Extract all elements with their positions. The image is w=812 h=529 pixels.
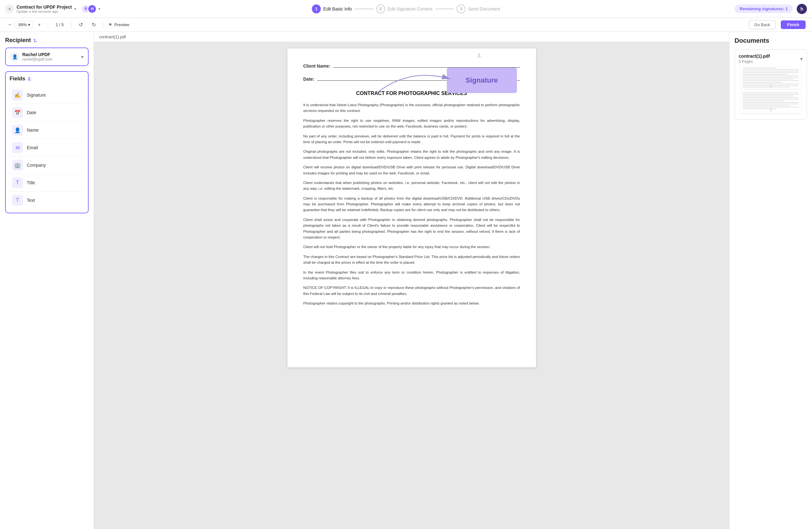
step-connector-1 <box>354 9 374 9</box>
zoom-display[interactable]: 89% ▾ <box>16 21 33 28</box>
documents-title: Documents <box>735 37 807 44</box>
contract-paragraphs: It is understood that Velvet Lotus Photo… <box>303 102 520 306</box>
doc-item-name: contract(1).pdf <box>739 54 770 59</box>
field-icon-company: 🏢 <box>12 160 23 171</box>
doc-item-pages: 5 Pages <box>739 59 770 64</box>
preview-button[interactable]: 👁 Preview <box>108 22 129 27</box>
recipient-section-title: Recipient 1. <box>5 37 89 44</box>
right-sidebar: Documents contract(1).pdf 5 Pages ▾ <box>729 32 812 529</box>
doc-item-header: contract(1).pdf 5 Pages ▾ <box>739 54 803 64</box>
step-1-circle: 1 <box>312 4 321 13</box>
top-bar-right: Remaining signatures: 1 h <box>735 4 807 14</box>
field-icon-text: T <box>12 195 23 206</box>
step-2-label: Edit Signature Content <box>388 6 433 12</box>
finish-button[interactable]: Finish <box>781 20 806 29</box>
doc-subtitle: Update a few seconds ago <box>17 10 72 13</box>
zoom-out-button[interactable]: − <box>6 21 13 29</box>
doc-item-info: contract(1).pdf 5 Pages <box>739 54 770 64</box>
field-label-title: Title <box>27 180 35 185</box>
top-bar: × Contract for UPDF Project Update a few… <box>0 0 812 18</box>
toolbar-divider-2 <box>71 22 72 28</box>
contract-paragraph: In the event Photographer files suit to … <box>303 269 520 281</box>
zoom-level: 89% <box>18 22 27 27</box>
doc-filename: contract(1).pdf <box>99 34 126 39</box>
signature-label: Signature <box>466 76 498 85</box>
contract-paragraph: Original photographs are not included, o… <box>303 148 520 160</box>
thumb-lines-2 <box>742 92 799 110</box>
recipient-name: Rachel UPDF <box>22 52 52 57</box>
step-1[interactable]: 1 Edit Basic Info <box>312 4 352 13</box>
zoom-chevron-icon: ▾ <box>28 22 30 27</box>
top-bar-left: × Contract for UPDF Project Update a few… <box>5 4 100 13</box>
page-current: 1 <box>56 22 58 27</box>
field-label-email: Email <box>27 145 38 150</box>
toolbar-divider-1 <box>48 22 48 28</box>
doc-info: Contract for UPDF Project Update a few s… <box>17 4 72 13</box>
avatar-chevron[interactable]: ▾ <box>99 7 100 11</box>
signature-box[interactable]: Signature <box>447 68 517 93</box>
field-item-company[interactable]: 🏢 Company <box>10 157 84 174</box>
doc-page: Client Name: Date: 3. Signature <box>288 48 536 367</box>
doc-content: Client Name: Date: 3. Signature <box>94 42 729 374</box>
user-avatar: h <box>797 4 807 14</box>
contract-paragraph: Client understands that when publishing … <box>303 180 520 192</box>
contract-paragraph: Client is responsible for making a backu… <box>303 196 520 213</box>
step-3-circle: 3 <box>457 4 466 13</box>
undo-button[interactable]: ↺ <box>77 20 85 29</box>
field-label-name: Name <box>27 128 39 133</box>
step-1-label: Edit Basic Info <box>323 6 352 12</box>
step-3[interactable]: 3 Send Document <box>457 4 500 13</box>
recipient-number: 1. <box>33 38 37 43</box>
preview-eye-icon: 👁 <box>108 22 113 27</box>
recipient-card[interactable]: 👤 Rachel UPDF rachel@updf.com ▾ <box>5 47 89 66</box>
recipient-icon: 👤 <box>10 52 19 61</box>
field-item-text[interactable]: T Text <box>10 192 84 209</box>
contract-paragraph: Photographer reserves the right to use n… <box>303 118 520 129</box>
field-label-date: Date <box>27 110 36 115</box>
contract-paragraph: Client will not hold Photographer or the… <box>303 244 520 250</box>
user-avatars: R H ▾ <box>81 4 100 13</box>
contract-paragraph: Client will receive photos on digital do… <box>303 164 520 176</box>
field-icon-date: 📅 <box>12 107 23 118</box>
toolbar-zoom-group: − 89% ▾ + <box>6 21 43 29</box>
field-item-name[interactable]: 👤 Name <box>10 121 84 139</box>
field-icon-name: 👤 <box>12 125 23 135</box>
thumb-page-2[interactable]: 2 <box>741 90 801 114</box>
field-icon-signature: ✍ <box>12 90 23 100</box>
field-item-signature[interactable]: ✍ Signature <box>10 86 84 104</box>
doc-thumbnails: 1 2 <box>739 64 803 115</box>
zoom-in-button[interactable]: + <box>36 21 42 29</box>
left-sidebar: Recipient 1. 👤 Rachel UPDF rachel@updf.c… <box>0 32 94 529</box>
avatar-h: H <box>88 4 97 13</box>
toolbar-divider-3 <box>103 22 103 28</box>
redo-button[interactable]: ↻ <box>90 20 98 29</box>
doc-area: contract(1).pdf Client Name: Date: 3. Si <box>94 32 729 529</box>
recipient-chevron-icon: ▾ <box>81 54 84 60</box>
page-total: 5 <box>61 22 64 27</box>
stepper: 1 Edit Basic Info 2 Edit Signature Conte… <box>312 4 500 13</box>
fields-title-text: Fields <box>10 75 25 82</box>
client-name-label: Client Name: <box>303 63 331 69</box>
contract-paragraph: Photographer retains copyright to the ph… <box>303 300 520 306</box>
fields-section: Fields 2. ✍ Signature 📅 Date 👤 Name ✉ Em… <box>5 71 89 213</box>
step-2[interactable]: 2 Edit Signature Content <box>376 4 433 13</box>
signature-number-label: 3. <box>477 53 481 59</box>
doc-header: contract(1).pdf <box>94 32 729 42</box>
go-back-button[interactable]: Go Back <box>749 20 776 29</box>
field-item-title[interactable]: T Title <box>10 174 84 192</box>
thumb-lines-1 <box>742 68 799 88</box>
date-label: Date: <box>303 76 315 82</box>
contract-paragraph: NOTICE OF COPYRIGHT: It is ILLEGAL to co… <box>303 285 520 297</box>
page-separator: / <box>59 22 61 27</box>
contract-paragraph: It is understood that Velvet Lotus Photo… <box>303 102 520 114</box>
contract-paragraph: The charges in this Contract are based o… <box>303 254 520 266</box>
thumb-page-1[interactable]: 1 <box>741 66 801 89</box>
field-item-email[interactable]: ✉ Email <box>10 139 84 157</box>
chevron-down-icon[interactable]: ▾ <box>74 7 76 11</box>
recipient-details: Rachel UPDF rachel@updf.com <box>22 52 52 61</box>
field-item-date[interactable]: 📅 Date <box>10 104 84 121</box>
contract-paragraph: Client shall assist and cooperate with P… <box>303 217 520 240</box>
toolbar: − 89% ▾ + 1 / 5 ↺ ↻ 👁 Preview Go Back Fi… <box>0 18 812 32</box>
close-button[interactable]: × <box>5 4 14 13</box>
page-display: 1 / 5 <box>53 22 66 27</box>
